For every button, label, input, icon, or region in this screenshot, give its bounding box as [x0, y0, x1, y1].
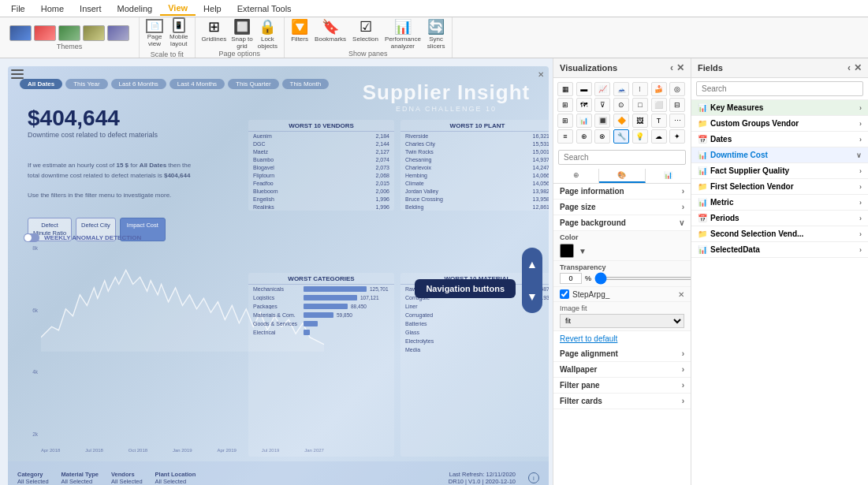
ribbon-tab-home[interactable]: Home [33, 2, 72, 15]
viz-icon-multi-card[interactable]: ⬜ [651, 98, 667, 112]
field-group-second-selection[interactable]: 📁 Second Selection Vend... › [691, 226, 868, 242]
field-group-selected-data[interactable]: 📊 SelectedData › [691, 242, 868, 258]
field-group-custom-groups[interactable]: 📁 Custom Groups Vendor › [691, 116, 868, 132]
field-group-key-measures[interactable]: 📊 Key Measures › [691, 100, 868, 116]
info-icon[interactable]: i [528, 472, 539, 483]
color-swatch[interactable] [560, 244, 574, 258]
viz-property-wallpaper[interactable]: Wallpaper› [553, 362, 691, 378]
bookmarks-button[interactable]: 🔖 Bookmarks [315, 18, 346, 50]
ribbon-tab-insert[interactable]: Insert [72, 2, 110, 15]
anomaly-toggle[interactable] [24, 233, 39, 242]
viz-property-page-info[interactable]: Page information› [553, 184, 691, 200]
ribbon-tab-view[interactable]: View [160, 2, 196, 16]
ribbon-tab-external[interactable]: External Tools [229, 2, 300, 15]
viz-tab-format[interactable]: 🎨 [599, 169, 645, 183]
nav-arrow-up[interactable]: ▲ [527, 259, 538, 270]
viz-icon-waterfall[interactable]: 📊 [576, 114, 592, 128]
ribbon-tab-file[interactable]: File [3, 2, 33, 15]
viz-icon-r6[interactable]: ☁ [651, 129, 667, 144]
report-close-button[interactable]: ✕ [536, 69, 546, 79]
filters-button[interactable]: 🔽 Filters [291, 18, 308, 50]
field-group-first-selection[interactable]: 📁 First Selection Vendor › [691, 179, 868, 195]
viz-icon-slicer[interactable]: 🔳 [594, 114, 610, 128]
viz-icon-r1[interactable]: ≡ [557, 129, 573, 144]
viz-icon-line[interactable]: 📈 [594, 82, 610, 96]
filter-this-month[interactable]: This Month [282, 79, 330, 89]
field-group-periods[interactable]: 📅 Periods › [691, 211, 868, 226]
viz-icon-custom[interactable]: ⋯ [669, 114, 685, 128]
viz-property-filter-pane[interactable]: Filter pane› [553, 378, 691, 394]
page-view-button[interactable]: 📄 Pageview [146, 19, 163, 47]
hamburger-menu[interactable] [11, 69, 24, 79]
transparency-input[interactable] [560, 273, 582, 284]
viz-property-page-size[interactable]: Page size› [553, 200, 691, 215]
filter-this-quarter[interactable]: This Quarter [228, 79, 278, 89]
viz-icon-scatter[interactable]: ⁝ [632, 82, 648, 96]
viz-icon-r3[interactable]: ⊗ [594, 129, 610, 144]
ribbon-tab-help[interactable]: Help [196, 2, 229, 15]
viz-icon-image[interactable]: 🖼 [632, 114, 648, 128]
category-filter: Category All Selected [17, 471, 49, 485]
viz-icon-bar[interactable]: ▬ [576, 82, 592, 96]
color-dropdown-arrow[interactable]: ▼ [579, 247, 587, 256]
viz-icon-r4[interactable]: 🔧 [613, 129, 629, 144]
viz-property-page-alignment[interactable]: Page alignment› [553, 346, 691, 362]
filter-last-4-months[interactable]: Last 4 Months [170, 79, 225, 89]
nav-arrow-down[interactable]: ▼ [527, 291, 538, 302]
metric-value: $404,644 [28, 106, 158, 131]
viz-icon-gauge[interactable]: ⊙ [613, 98, 629, 112]
canvas-area[interactable]: ✕ All Dates This Year Last 6 Months Last… [0, 58, 553, 485]
show-panes-label: Show panes [348, 50, 388, 58]
fields-search-input[interactable] [696, 81, 863, 96]
viz-icon-stacked-bar[interactable]: ▦ [557, 82, 573, 96]
ribbon-tab-modeling[interactable]: Modeling [110, 2, 161, 15]
viz-search-input[interactable] [558, 150, 686, 165]
viz-icon-table[interactable]: ⊟ [669, 98, 685, 112]
revert-to-default-button[interactable]: Revert to default [553, 331, 691, 346]
viz-panel-close-icon[interactable]: ✕ [676, 62, 684, 73]
image-fit-select[interactable]: fit fill normal [560, 314, 684, 328]
viz-icon-donut[interactable]: ◎ [669, 82, 685, 96]
lock-objects-button[interactable]: 🔒 Lockobjects [258, 18, 278, 50]
viz-icon-textbox[interactable]: T [651, 114, 667, 128]
performance-analyzer-button[interactable]: 📊 Performanceanalyzer [385, 18, 421, 50]
viz-icon-pie[interactable]: 🍰 [651, 82, 667, 96]
viz-icon-area[interactable]: 🗻 [613, 82, 629, 96]
sync-slicers-button[interactable]: 🔄 Syncslicers [427, 18, 445, 50]
selection-button[interactable]: ☑ Selection [352, 18, 378, 50]
viz-icon-funnel[interactable]: ⊽ [594, 98, 610, 112]
viz-icon-r7[interactable]: ✦ [669, 129, 685, 144]
viz-icon-treemap[interactable]: ⊞ [557, 98, 573, 112]
viz-icon-r2[interactable]: ⊕ [576, 129, 592, 144]
viz-tab-build[interactable]: ⊕ [553, 169, 599, 183]
field-group-label: Downtime Cost [710, 151, 768, 159]
viz-panel-back-icon[interactable]: ‹ [670, 62, 673, 73]
filter-all-dates[interactable]: All Dates [20, 79, 62, 89]
viz-property-page-bg[interactable]: Page background∨ [553, 215, 691, 231]
field-group-dates[interactable]: 📅 Dates › [691, 132, 868, 147]
gridlines-button[interactable]: ⊞ Gridlines [202, 18, 227, 50]
viz-icon-map[interactable]: 🗺 [576, 98, 592, 112]
fields-panel-close-icon[interactable]: ✕ [854, 62, 862, 73]
viz-icon-card[interactable]: □ [632, 98, 648, 112]
image-close-icon[interactable]: ✕ [678, 290, 684, 299]
viz-icon-shape[interactable]: 🔶 [613, 114, 629, 128]
viz-panel-title: Visualizations [560, 63, 617, 73]
viz-property-filter-cards[interactable]: Filter cards› [553, 394, 691, 409]
field-group-metric[interactable]: 📊 Metric › [691, 195, 868, 211]
viz-tab-analytics[interactable]: 📊 [646, 169, 691, 183]
viz-color-row: ▼ [560, 244, 684, 258]
mobile-layout-button[interactable]: 📱 Mobilelayout [170, 17, 188, 47]
transparency-slider[interactable] [594, 277, 691, 280]
field-group-downtime[interactable]: 📊 Downtime Cost ∨ [691, 147, 868, 163]
viz-icon-r5[interactable]: 💡 [632, 129, 648, 144]
vendors-filter: Vendors All Selected [111, 471, 143, 485]
viz-icon-matrix[interactable]: ⊞ [557, 114, 573, 128]
filter-last-6-months[interactable]: Last 6 Months [111, 79, 166, 89]
snap-to-grid-button[interactable]: 🔲 Snap togrid [231, 18, 253, 50]
image-checkbox[interactable] [560, 289, 569, 299]
fields-panel-title: Fields [698, 63, 723, 73]
filter-this-year[interactable]: This Year [65, 79, 107, 89]
field-group-supplier-quality[interactable]: 📊 Fact Supplier Quality › [691, 163, 868, 179]
fields-panel-back-icon[interactable]: ‹ [848, 62, 851, 73]
